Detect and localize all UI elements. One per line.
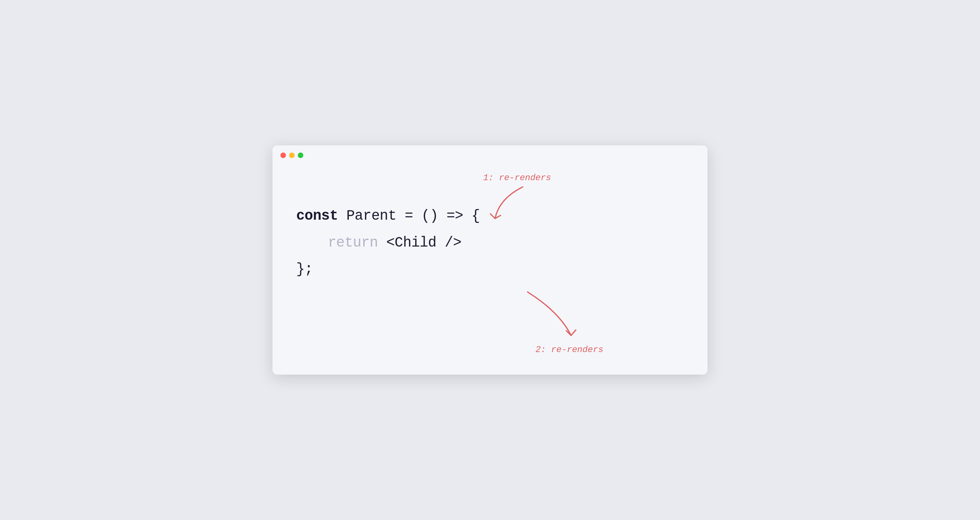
titlebar <box>272 145 708 165</box>
code-parent: Parent = () => { <box>346 208 480 224</box>
code-const: const <box>296 208 338 224</box>
code-line-2: return <Child /> <box>296 232 684 254</box>
annotation-top: 1: re-renders <box>483 173 551 230</box>
top-label: 1: re-renders <box>483 173 551 183</box>
main-content: 1: re-renders const Parent = () => { ret… <box>272 165 708 371</box>
app-window: 1: re-renders const Parent = () => { ret… <box>272 145 708 375</box>
bottom-label: 2: re-renders <box>535 345 604 355</box>
close-button[interactable] <box>280 153 286 158</box>
top-arrow-svg <box>483 183 547 230</box>
code-return: return <box>328 235 386 251</box>
code-line-3: }; <box>296 258 684 281</box>
bottom-arrow-svg <box>512 288 591 343</box>
minimize-button[interactable] <box>289 153 295 158</box>
code-closing: }; <box>296 261 313 277</box>
maximize-button[interactable] <box>298 153 303 158</box>
annotation-bottom: 2: re-renders <box>512 288 604 355</box>
code-child-tag: <Child /> <box>386 235 462 251</box>
